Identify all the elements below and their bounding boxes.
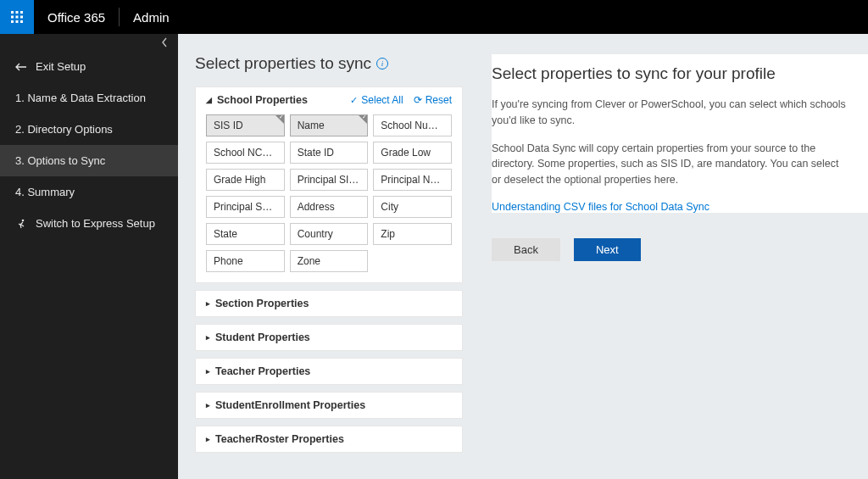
sidebar-step-3[interactable]: 3. Options to Sync [0, 145, 178, 176]
waffle-icon [10, 10, 24, 24]
middle-title: Select properties to sync [195, 54, 371, 73]
student-properties-header[interactable]: ▸ Student Properties [196, 325, 462, 350]
sidebar-step-1-label: 1. Name & Data Extraction [15, 92, 146, 104]
prop-country[interactable]: Country [290, 223, 369, 245]
app-name-label[interactable]: Admin [120, 10, 183, 25]
right-paragraph-2: School Data Sync will copy certain prope… [492, 141, 851, 188]
teacher-roster-properties-panel: ▸ TeacherRoster Properties [195, 426, 463, 453]
student-properties-panel: ▸ Student Properties [195, 324, 463, 351]
prop-state[interactable]: State [206, 223, 285, 245]
sidebar-step-4-label: 4. Summary [15, 186, 75, 198]
section-properties-panel: ▸ Section Properties [195, 290, 463, 317]
sidebar-collapse-button[interactable] [0, 34, 178, 51]
school-properties-panel: ◢ School Properties ✓Select All ⟳Reset S… [195, 86, 463, 283]
chevron-left-icon [161, 37, 168, 47]
prop-grade-low[interactable]: Grade Low [373, 142, 452, 164]
sidebar-switch-express[interactable]: Switch to Express Setup [0, 208, 178, 239]
sidebar-step-2-label: 2. Directory Options [15, 123, 113, 136]
prop-city[interactable]: City [373, 196, 452, 218]
right-paragraph-1: If you're syncing from Clever or PowerSc… [492, 97, 851, 129]
teacher-properties-panel: ▸ Teacher Properties [195, 358, 463, 385]
svg-rect-3 [11, 16, 14, 19]
svg-rect-2 [20, 11, 23, 14]
running-icon [15, 218, 27, 230]
right-title: Select properties to sync for your profi… [492, 64, 851, 83]
svg-rect-6 [11, 20, 14, 23]
info-icon[interactable]: i [376, 58, 388, 70]
svg-point-9 [22, 219, 25, 221]
back-button[interactable]: Back [492, 238, 560, 261]
next-button[interactable]: Next [574, 238, 641, 261]
wizard-sidebar: Exit Setup 1. Name & Data Extraction 2. … [0, 34, 178, 479]
caret-right-icon: ▸ [206, 299, 210, 308]
svg-rect-7 [16, 20, 19, 23]
svg-rect-0 [11, 11, 14, 14]
app-launcher-button[interactable] [0, 0, 34, 34]
svg-rect-5 [20, 16, 23, 19]
teacher-roster-properties-title: TeacherRoster Properties [215, 433, 344, 445]
sidebar-step-3-label: 3. Options to Sync [15, 154, 105, 167]
student-enrollment-properties-panel: ▸ StudentEnrollment Properties [195, 392, 463, 419]
student-properties-title: Student Properties [215, 331, 310, 343]
prop-grade-high[interactable]: Grade High [206, 169, 285, 191]
arrow-left-icon [15, 63, 27, 71]
prop-principal-secondary[interactable]: Principal Seco... [206, 196, 285, 218]
teacher-roster-properties-header[interactable]: ▸ TeacherRoster Properties [196, 426, 462, 452]
wizard-buttons: Back Next [492, 238, 868, 261]
caret-right-icon: ▸ [206, 367, 210, 376]
sidebar-switch-label: Switch to Express Setup [36, 217, 155, 230]
prop-zone[interactable]: Zone [290, 250, 369, 272]
prop-school-nces[interactable]: School NCES_... [206, 142, 285, 164]
prop-principal-sis-id[interactable]: Principal SIS ID [290, 169, 369, 191]
prop-address[interactable]: Address [290, 196, 369, 218]
svg-rect-1 [16, 11, 19, 14]
prop-state-id[interactable]: State ID [290, 142, 369, 164]
prop-name[interactable]: Name [290, 114, 369, 136]
brand-label[interactable]: Office 365 [34, 10, 119, 25]
svg-rect-4 [16, 16, 19, 19]
help-column: Select properties to sync for your profi… [475, 34, 868, 479]
section-properties-title: Section Properties [215, 298, 309, 309]
teacher-properties-title: Teacher Properties [215, 365, 310, 377]
reset-label: Reset [426, 94, 452, 106]
sidebar-exit-setup[interactable]: Exit Setup [0, 51, 178, 82]
sidebar-exit-label: Exit Setup [36, 60, 86, 73]
select-all-link[interactable]: ✓Select All [350, 94, 403, 106]
select-all-label: Select All [361, 94, 403, 106]
caret-right-icon: ▸ [206, 401, 210, 409]
reset-link[interactable]: ⟳Reset [414, 94, 452, 106]
middle-title-row: Select properties to sync i [195, 54, 463, 73]
csv-docs-link[interactable]: Understanding CSV files for School Data … [492, 201, 709, 213]
caret-right-icon: ▸ [206, 435, 210, 443]
sidebar-step-2[interactable]: 2. Directory Options [0, 114, 178, 145]
section-properties-header[interactable]: ▸ Section Properties [196, 291, 462, 316]
prop-principal-name[interactable]: Principal Name [373, 169, 452, 191]
school-properties-title: School Properties [217, 94, 308, 106]
prop-zip[interactable]: Zip [373, 223, 452, 245]
properties-column: Select properties to sync i ◢ School Pro… [178, 34, 475, 479]
prop-sis-id[interactable]: SIS ID [206, 114, 285, 136]
refresh-icon: ⟳ [414, 94, 422, 106]
student-enrollment-properties-header[interactable]: ▸ StudentEnrollment Properties [196, 393, 462, 418]
school-properties-grid: SIS ID Name School Number School NCES_..… [196, 113, 462, 282]
caret-right-icon: ▸ [206, 333, 210, 342]
teacher-properties-header[interactable]: ▸ Teacher Properties [196, 359, 462, 384]
caret-down-icon: ◢ [206, 96, 212, 104]
top-nav: Office 365 Admin [0, 0, 868, 34]
student-enrollment-properties-title: StudentEnrollment Properties [215, 399, 365, 411]
sidebar-step-4[interactable]: 4. Summary [0, 176, 178, 208]
sidebar-step-1[interactable]: 1. Name & Data Extraction [0, 82, 178, 114]
check-icon: ✓ [350, 95, 358, 106]
prop-phone[interactable]: Phone [206, 250, 285, 272]
school-properties-header[interactable]: ◢ School Properties ✓Select All ⟳Reset [196, 87, 462, 113]
prop-school-number[interactable]: School Number [373, 114, 452, 136]
svg-rect-8 [20, 20, 23, 23]
